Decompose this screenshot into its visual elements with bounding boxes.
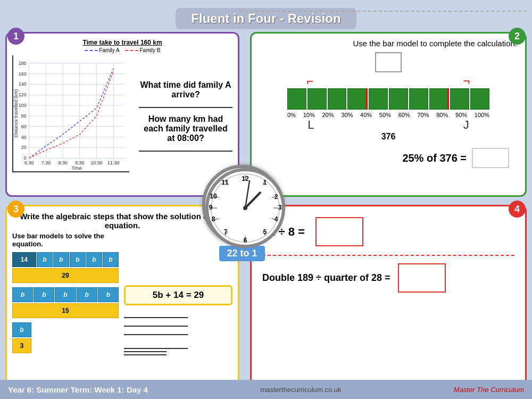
dotted-divider [239, 11, 527, 12]
bar-cell-b2: b [53, 252, 69, 267]
svg-text:8: 8 [212, 215, 215, 223]
svg-text:10: 10 [210, 193, 217, 200]
svg-text:11: 11 [221, 179, 229, 186]
badge-3: 3 [7, 201, 24, 218]
green-seg-6 [389, 88, 408, 110]
bar-model-container: ⌐ ¬ 0% 10% 20% 30% 40% 50% 6 [268, 52, 509, 142]
bar-cell-b1: b [37, 252, 53, 267]
bar-model-3: b 3 [12, 322, 34, 353]
svg-text:40: 40 [21, 135, 27, 140]
svg-text:140: 140 [19, 81, 27, 87]
bar-row-1-bot: 29 [12, 268, 119, 283]
q1-q1-text: What time did family A arrive? [139, 80, 232, 99]
footer: Year 6: Summer Term: Week 1: Day 4 maste… [0, 380, 532, 399]
svg-text:11:30: 11:30 [107, 160, 119, 165]
svg-text:3: 3 [278, 204, 282, 211]
svg-text:180: 180 [19, 61, 27, 66]
footer-right: Master The Curriculum [454, 386, 524, 394]
q3-subheader: Use bar models to solve the equation. [12, 232, 108, 248]
green-seg-8 [429, 88, 450, 110]
svg-text:5: 5 [263, 228, 267, 236]
footer-center: masterthecurriculum.co.uk [148, 386, 454, 394]
green-seg-2 [307, 88, 327, 110]
badge-2: 2 [509, 28, 526, 45]
q3-ans-line-4[interactable] [124, 348, 188, 349]
green-bar-row [287, 88, 489, 110]
bar-row-3-top: b [12, 322, 34, 337]
legend-a-line: Family A [85, 47, 120, 53]
q3-ans-line-3[interactable] [124, 334, 188, 335]
quadrant-2: Use the bar model to complete the calcul… [250, 32, 527, 197]
green-seg-4 [347, 88, 368, 110]
quadrant-4: 72 ÷ 8 = Double 189 ÷ quarter of 28 = [250, 205, 527, 386]
q1-chart-title: Time take to travel 160 km [12, 39, 232, 46]
q3-ans-line-5[interactable] [124, 351, 167, 352]
q1-answer-line-2[interactable] [139, 151, 232, 152]
scale-50: 50% [379, 112, 391, 118]
svg-text:8:30: 8:30 [58, 160, 67, 165]
q2-calc-row: 25% of 376 = [257, 148, 520, 168]
q3-header: Write the algebraic steps that show the … [12, 212, 232, 230]
bar-cell-2-b4: b [77, 287, 97, 302]
svg-text:6: 6 [244, 237, 247, 244]
q2-answer-box-top[interactable] [375, 52, 402, 72]
badge-1: 1 [7, 28, 24, 45]
clock-container: 12 1 2 3 4 5 6 7 8 9 10 11 22 to 1 [202, 165, 282, 261]
q4-layout: 72 ÷ 8 = Double 189 ÷ quarter of 28 = [257, 212, 520, 298]
q4-top: 72 ÷ 8 = [262, 217, 514, 246]
clock-face: 12 1 2 3 4 5 6 7 8 9 10 11 [202, 165, 282, 245]
bar-cell-2-b3: b [55, 287, 76, 302]
scale-90: 90% [455, 112, 467, 118]
scale-30: 30% [341, 112, 353, 118]
svg-text:4: 4 [275, 215, 278, 223]
svg-text:Distance travelled (km): Distance travelled (km) [13, 89, 19, 137]
green-seg-10 [470, 88, 489, 110]
q3-equation: 5b + 14 = 29 [124, 285, 232, 305]
scale-20: 20% [322, 112, 334, 118]
q3-ans-line-1[interactable] [124, 317, 188, 318]
svg-text:10:30: 10:30 [90, 160, 102, 165]
q2-title: Use the bar model to complete the calcul… [257, 39, 520, 48]
bar-model-1: 14 b b b b b 29 [12, 252, 119, 283]
green-seg-7 [409, 88, 428, 110]
q1-legend: Family A Family B [12, 47, 232, 53]
q2-answer-box[interactable] [472, 148, 509, 168]
bar-cell-b5: b [103, 252, 119, 267]
svg-text:20: 20 [21, 145, 27, 150]
green-seg-9 [450, 88, 469, 110]
svg-text:120: 120 [19, 92, 27, 97]
bar-row-2-top: b b b b b [12, 287, 119, 302]
svg-text:Time: Time [71, 165, 82, 171]
q3-ans-line-6[interactable] [124, 354, 167, 355]
q3-layout: Use bar models to solve the equation. 14… [12, 232, 232, 358]
bar-cell-b3: b [70, 252, 86, 267]
bar-row-1-top: 14 b b b b b [12, 252, 119, 267]
green-seg-5 [369, 88, 388, 110]
bar-row-2-bot: 15 [12, 303, 119, 318]
q4-eq2: Double 189 ÷ quarter of 28 = [262, 272, 390, 284]
bar-cell-14: 14 [12, 252, 36, 267]
brace-top: ⌐ ¬ [287, 74, 489, 88]
footer-left: Year 6: Summer Term: Week 1: Day 4 [8, 385, 148, 394]
q3-ans-line-2[interactable] [124, 326, 188, 327]
svg-text:7: 7 [224, 228, 228, 236]
svg-text:12: 12 [242, 175, 249, 182]
bar-cell-3-val: 3 [12, 338, 31, 353]
bar-cell-2-b5: b [98, 287, 119, 302]
q1-answer-line-1[interactable] [139, 107, 232, 108]
svg-text:60: 60 [21, 124, 27, 129]
chart-wrapper: 0 20 40 60 80 100 120 140 160 180 6:30 7… [12, 55, 129, 172]
scale-100: 100% [475, 112, 489, 118]
bar-model-2: b b b b b 15 [12, 287, 119, 318]
q2-value: 376 [381, 132, 396, 142]
q4-answer-box-1[interactable] [315, 217, 363, 246]
q4-answer-box-2[interactable] [398, 263, 446, 293]
q4-bottom: Double 189 ÷ quarter of 28 = [262, 263, 514, 293]
scale-70: 70% [417, 112, 429, 118]
q2-calc-label: 25% of 376 = [402, 152, 467, 164]
scale-0: 0% [287, 112, 296, 118]
q4-divider [262, 255, 514, 256]
svg-text:9: 9 [209, 204, 213, 211]
bar-cell-29: 29 [12, 268, 119, 283]
q3-left: Use bar models to solve the equation. 14… [12, 232, 119, 358]
